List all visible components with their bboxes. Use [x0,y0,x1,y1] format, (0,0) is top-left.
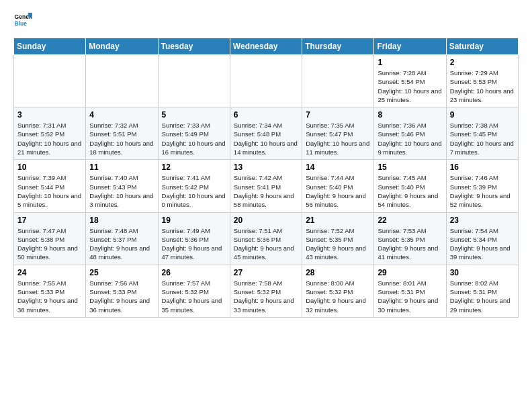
day-cell: 20Sunrise: 7:51 AMSunset: 5:36 PMDayligh… [230,212,302,265]
day-info: Sunrise: 8:02 AMSunset: 5:31 PMDaylight:… [450,279,515,314]
weekday-header-friday: Friday [374,38,446,55]
day-number: 6 [234,110,298,120]
day-cell [302,55,374,107]
day-info: Sunrise: 7:46 AMSunset: 5:39 PMDaylight:… [450,173,515,209]
day-number: 27 [234,268,298,277]
day-cell: 29Sunrise: 8:01 AMSunset: 5:31 PMDayligh… [374,265,446,317]
day-number: 12 [162,163,226,172]
day-cell [14,55,86,107]
day-info: Sunrise: 7:33 AMSunset: 5:49 PMDaylight:… [162,121,226,156]
day-cell: 6Sunrise: 7:34 AMSunset: 5:48 PMDaylight… [230,107,302,160]
day-number: 21 [306,216,370,225]
day-number: 8 [378,110,442,120]
header: General Blue [13,11,519,30]
day-info: Sunrise: 7:57 AMSunset: 5:32 PMDaylight:… [162,279,226,314]
day-number: 13 [234,163,298,172]
day-info: Sunrise: 7:58 AMSunset: 5:32 PMDaylight:… [234,279,298,314]
day-cell: 8Sunrise: 7:36 AMSunset: 5:46 PMDaylight… [374,107,446,160]
day-number: 29 [378,268,442,277]
day-number: 24 [17,268,82,277]
day-cell [230,55,302,107]
day-info: Sunrise: 7:45 AMSunset: 5:40 PMDaylight:… [378,173,442,209]
day-number: 16 [450,163,515,172]
day-cell: 25Sunrise: 7:56 AMSunset: 5:33 PMDayligh… [86,265,158,317]
calendar: SundayMondayTuesdayWednesdayThursdayFrid… [13,38,519,318]
day-cell: 23Sunrise: 7:54 AMSunset: 5:34 PMDayligh… [446,212,518,265]
week-row-4: 24Sunrise: 7:55 AMSunset: 5:33 PMDayligh… [14,265,519,317]
day-cell: 27Sunrise: 7:58 AMSunset: 5:32 PMDayligh… [230,265,302,317]
day-cell: 10Sunrise: 7:39 AMSunset: 5:44 PMDayligh… [14,160,86,212]
day-number: 10 [17,163,82,172]
day-info: Sunrise: 7:36 AMSunset: 5:46 PMDaylight:… [378,121,442,156]
day-cell: 17Sunrise: 7:47 AMSunset: 5:38 PMDayligh… [14,212,86,265]
day-cell: 12Sunrise: 7:41 AMSunset: 5:42 PMDayligh… [158,160,230,212]
logo-icon: General Blue [13,11,32,30]
weekday-header-row: SundayMondayTuesdayWednesdayThursdayFrid… [14,38,519,55]
day-cell: 16Sunrise: 7:46 AMSunset: 5:39 PMDayligh… [446,160,518,212]
day-info: Sunrise: 7:53 AMSunset: 5:35 PMDaylight:… [378,226,442,262]
day-number: 22 [378,216,442,225]
day-cell: 21Sunrise: 7:52 AMSunset: 5:35 PMDayligh… [302,212,374,265]
day-info: Sunrise: 7:28 AMSunset: 5:54 PMDaylight:… [378,68,442,104]
weekday-header-wednesday: Wednesday [230,38,302,55]
day-info: Sunrise: 7:51 AMSunset: 5:36 PMDaylight:… [234,226,298,262]
weekday-header-monday: Monday [86,38,158,55]
day-number: 19 [162,216,226,225]
day-number: 11 [89,163,154,172]
day-info: Sunrise: 7:34 AMSunset: 5:48 PMDaylight:… [234,121,298,156]
weekday-header-thursday: Thursday [302,38,374,55]
day-number: 1 [378,58,442,67]
day-info: Sunrise: 7:56 AMSunset: 5:33 PMDaylight:… [89,279,154,314]
day-info: Sunrise: 7:54 AMSunset: 5:34 PMDaylight:… [450,226,515,262]
day-info: Sunrise: 8:01 AMSunset: 5:31 PMDaylight:… [378,279,442,314]
day-info: Sunrise: 7:39 AMSunset: 5:44 PMDaylight:… [17,173,82,209]
svg-text:Blue: Blue [15,20,28,27]
day-info: Sunrise: 7:48 AMSunset: 5:37 PMDaylight:… [89,226,154,262]
weekday-header-tuesday: Tuesday [158,38,230,55]
day-cell: 15Sunrise: 7:45 AMSunset: 5:40 PMDayligh… [374,160,446,212]
day-number: 25 [89,268,154,277]
day-number: 20 [234,216,298,225]
day-info: Sunrise: 7:41 AMSunset: 5:42 PMDaylight:… [162,173,226,209]
day-info: Sunrise: 7:31 AMSunset: 5:52 PMDaylight:… [17,121,82,156]
day-cell [86,55,158,107]
day-info: Sunrise: 7:32 AMSunset: 5:51 PMDaylight:… [89,121,154,156]
day-number: 9 [450,110,515,120]
weekday-header-saturday: Saturday [446,38,518,55]
day-cell: 13Sunrise: 7:42 AMSunset: 5:41 PMDayligh… [230,160,302,212]
day-cell: 19Sunrise: 7:49 AMSunset: 5:36 PMDayligh… [158,212,230,265]
day-cell: 3Sunrise: 7:31 AMSunset: 5:52 PMDaylight… [14,107,86,160]
day-cell: 30Sunrise: 8:02 AMSunset: 5:31 PMDayligh… [446,265,518,317]
day-cell: 1Sunrise: 7:28 AMSunset: 5:54 PMDaylight… [374,55,446,107]
day-info: Sunrise: 7:40 AMSunset: 5:43 PMDaylight:… [89,173,154,209]
logo: General Blue [13,11,35,30]
day-number: 18 [89,216,154,225]
day-number: 4 [89,110,154,120]
day-info: Sunrise: 7:29 AMSunset: 5:53 PMDaylight:… [450,68,515,104]
day-info: Sunrise: 7:42 AMSunset: 5:41 PMDaylight:… [234,173,298,209]
day-cell: 14Sunrise: 7:44 AMSunset: 5:40 PMDayligh… [302,160,374,212]
day-cell: 5Sunrise: 7:33 AMSunset: 5:49 PMDaylight… [158,107,230,160]
day-number: 28 [306,268,370,277]
day-cell: 2Sunrise: 7:29 AMSunset: 5:53 PMDaylight… [446,55,518,107]
day-number: 15 [378,163,442,172]
day-cell: 7Sunrise: 7:35 AMSunset: 5:47 PMDaylight… [302,107,374,160]
day-number: 23 [450,216,515,225]
day-cell: 28Sunrise: 8:00 AMSunset: 5:32 PMDayligh… [302,265,374,317]
week-row-3: 17Sunrise: 7:47 AMSunset: 5:38 PMDayligh… [14,212,519,265]
day-number: 26 [162,268,226,277]
day-cell: 18Sunrise: 7:48 AMSunset: 5:37 PMDayligh… [86,212,158,265]
day-number: 7 [306,110,370,120]
day-cell: 9Sunrise: 7:38 AMSunset: 5:45 PMDaylight… [446,107,518,160]
day-info: Sunrise: 7:35 AMSunset: 5:47 PMDaylight:… [306,121,370,156]
day-info: Sunrise: 8:00 AMSunset: 5:32 PMDaylight:… [306,279,370,314]
day-cell: 26Sunrise: 7:57 AMSunset: 5:32 PMDayligh… [158,265,230,317]
day-cell: 24Sunrise: 7:55 AMSunset: 5:33 PMDayligh… [14,265,86,317]
day-number: 2 [450,58,515,67]
week-row-1: 3Sunrise: 7:31 AMSunset: 5:52 PMDaylight… [14,107,519,160]
day-cell: 4Sunrise: 7:32 AMSunset: 5:51 PMDaylight… [86,107,158,160]
weekday-header-sunday: Sunday [14,38,86,55]
day-number: 30 [450,268,515,277]
day-cell: 11Sunrise: 7:40 AMSunset: 5:43 PMDayligh… [86,160,158,212]
day-number: 14 [306,163,370,172]
